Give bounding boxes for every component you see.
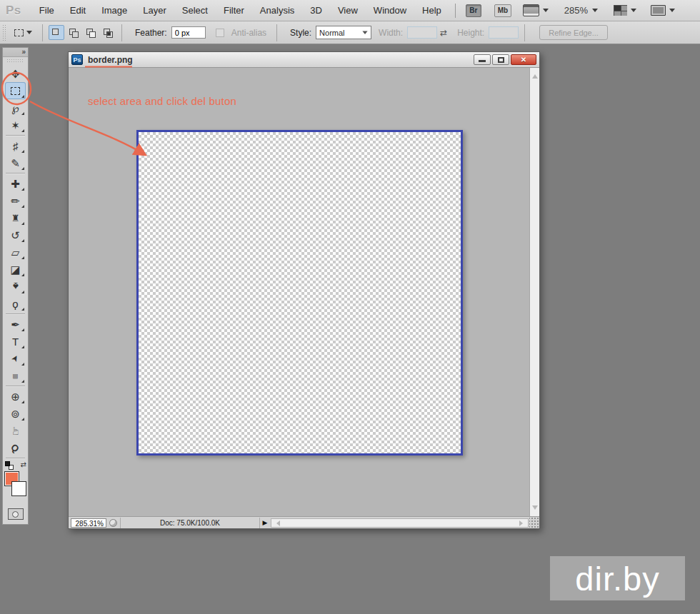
style-select[interactable]: Normal — [316, 26, 371, 39]
type-icon: T — [12, 336, 19, 347]
swap-dimensions-icon[interactable]: ⇄ — [440, 28, 447, 38]
lasso-tool[interactable]: ℘ — [5, 99, 26, 116]
default-colors-icon[interactable] — [5, 461, 14, 470]
tool-group-separator — [6, 173, 25, 173]
document-titlebar[interactable]: Ps border.png ✕ — [69, 52, 539, 68]
options-separator — [121, 24, 122, 41]
options-separator — [524, 24, 525, 41]
hand-icon: ☞ — [10, 426, 21, 435]
scroll-down-icon[interactable] — [532, 505, 538, 513]
close-button[interactable]: ✕ — [511, 54, 536, 65]
scroll-right-icon[interactable] — [519, 520, 526, 526]
document-title: border.png — [88, 55, 133, 65]
blur-tool[interactable]: ♠ — [5, 278, 26, 295]
canvas-transparent-checkerboard[interactable] — [136, 130, 463, 456]
menu-select[interactable]: Select — [174, 2, 216, 19]
shape-tool[interactable]: ■ — [5, 367, 26, 384]
view-extras-button[interactable] — [523, 4, 549, 16]
arrange-documents-button[interactable] — [614, 5, 636, 16]
eyedropper-icon: ✎ — [11, 158, 20, 168]
tool-group-separator — [6, 135, 25, 136]
view-extras-icon — [523, 4, 539, 16]
tool-preset-picker[interactable] — [10, 28, 36, 37]
eyedropper-tool[interactable]: ✎ — [5, 154, 26, 171]
hand-tool[interactable]: ☞ — [5, 422, 26, 439]
zoom-level-control[interactable]: 285% — [564, 5, 598, 16]
feather-label: Feather: — [135, 28, 167, 38]
tools-panel: » ✥ ℘ ✶ ♯ ✎ ✚ ✏ ♜ ↺ ▱ ◪ ♠ ϙ ✒ T ➤ ■ ⊕ ⊚ … — [2, 47, 29, 525]
quick-mask-button[interactable] — [8, 508, 24, 520]
crop-tool[interactable]: ♯ — [5, 137, 26, 154]
tool-group-separator — [6, 313, 25, 314]
gradient-icon: ◪ — [10, 264, 20, 275]
menu-3d[interactable]: 3D — [302, 2, 330, 19]
anti-alias-checkbox[interactable] — [216, 29, 224, 37]
menu-image[interactable]: Image — [94, 2, 135, 19]
3d-orbit-tool[interactable]: ⊚ — [5, 405, 26, 422]
launch-mini-bridge-button[interactable]: Mb — [494, 4, 511, 17]
arrange-documents-icon — [614, 5, 627, 16]
move-tool[interactable]: ✥ — [5, 65, 26, 82]
document-window: Ps border.png ✕ 285.31% Doc: 75.0K/100.0… — [68, 51, 540, 529]
type-tool[interactable]: T — [5, 333, 26, 350]
minimize-button[interactable] — [474, 54, 491, 65]
path-selection-tool[interactable]: ➤ — [5, 350, 26, 367]
photoshop-file-icon: Ps — [71, 54, 83, 65]
magic-wand-tool[interactable]: ✶ — [5, 116, 26, 134]
history-brush-tool[interactable]: ↺ — [5, 226, 26, 243]
restore-icon — [498, 57, 504, 63]
3d-rotate-tool[interactable]: ⊕ — [5, 388, 26, 405]
width-input — [407, 26, 437, 39]
pen-tool[interactable]: ✒ — [5, 316, 26, 333]
menu-filter[interactable]: Filter — [216, 2, 252, 19]
screen-mode-button[interactable] — [651, 5, 675, 16]
zoom-tool[interactable]: Q — [5, 439, 26, 456]
background-color-swatch[interactable] — [11, 481, 26, 496]
launch-bridge-button[interactable]: Br — [466, 4, 481, 17]
document-canvas-area[interactable] — [69, 68, 529, 516]
vertical-scrollbar[interactable] — [529, 68, 539, 516]
add-to-selection-button[interactable] — [66, 25, 81, 40]
swap-colors-icon[interactable]: ⇄ — [21, 460, 26, 468]
annotation-note-text: select area and click del buton — [88, 95, 236, 107]
brush-icon: ✏ — [11, 196, 20, 206]
window-controls: ✕ — [474, 54, 536, 65]
scroll-left-icon[interactable] — [274, 520, 280, 526]
menu-layer[interactable]: Layer — [135, 2, 174, 19]
height-input — [489, 26, 519, 39]
magic-wand-icon: ✶ — [11, 120, 20, 131]
toolbar-collapse-button[interactable]: » — [3, 48, 28, 57]
rectangular-marquee-tool[interactable] — [5, 82, 26, 99]
options-separator — [42, 24, 43, 41]
dodge-icon: ϙ — [12, 298, 18, 309]
subtract-from-selection-button[interactable] — [83, 25, 99, 40]
window-resize-grip[interactable] — [529, 517, 539, 528]
menu-bar: Ps File Edit Image Layer Select Filter A… — [0, 0, 700, 21]
options-bar-grip[interactable] — [2, 24, 7, 41]
chevron-down-icon — [669, 9, 675, 15]
history-brush-icon: ↺ — [11, 230, 20, 241]
menu-view[interactable]: View — [330, 2, 366, 19]
eraser-tool[interactable]: ▱ — [5, 243, 26, 261]
gradient-tool[interactable]: ◪ — [5, 261, 26, 278]
menu-help[interactable]: Help — [414, 2, 449, 19]
toolbar-grip[interactable] — [6, 59, 24, 64]
menu-file[interactable]: File — [31, 2, 62, 19]
options-separator — [276, 24, 277, 41]
scroll-up-icon[interactable] — [532, 71, 538, 79]
dodge-tool[interactable]: ϙ — [5, 295, 26, 312]
menubar-separator — [455, 4, 456, 18]
status-zoom-field[interactable]: 285.31% — [71, 518, 106, 528]
menu-window[interactable]: Window — [366, 2, 414, 19]
new-selection-button[interactable] — [49, 25, 64, 40]
menu-edit[interactable]: Edit — [62, 2, 94, 19]
restore-button[interactable] — [492, 54, 509, 65]
intersect-selection-button[interactable] — [100, 25, 116, 40]
horizontal-scrollbar[interactable] — [271, 518, 529, 528]
menu-analysis[interactable]: Analysis — [252, 2, 302, 19]
brush-tool[interactable]: ✏ — [5, 192, 26, 209]
feather-input[interactable] — [171, 26, 206, 39]
status-menu-button[interactable]: ▶ — [260, 519, 270, 526]
clone-stamp-tool[interactable]: ♜ — [5, 209, 26, 226]
healing-brush-tool[interactable]: ✚ — [5, 175, 26, 192]
